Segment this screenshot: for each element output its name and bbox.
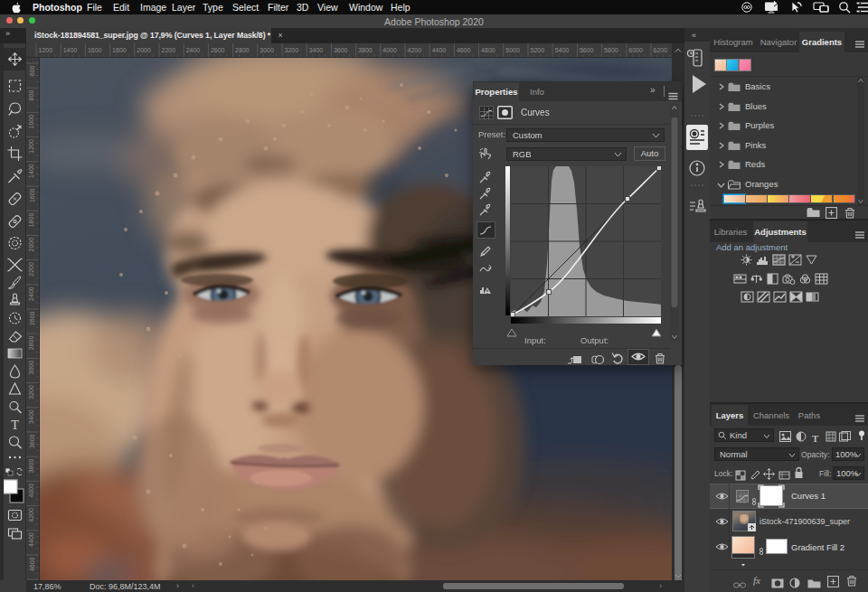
- svg-text:5600: 5600: [580, 47, 594, 53]
- svg-text:2800: 2800: [29, 336, 35, 351]
- svg-text:1200: 1200: [39, 47, 53, 53]
- svg-text:4600: 4600: [29, 557, 35, 571]
- svg-text:2200: 2200: [162, 47, 176, 53]
- svg-text:3400: 3400: [29, 409, 35, 424]
- svg-text:2600: 2600: [29, 311, 35, 325]
- svg-text:3200: 3200: [29, 385, 35, 399]
- svg-text:2000: 2000: [137, 47, 151, 53]
- svg-text:1000: 1000: [29, 115, 35, 129]
- svg-text:5400: 5400: [555, 47, 570, 53]
- svg-text:«: «: [692, 31, 696, 40]
- svg-text:6200: 6200: [654, 47, 668, 53]
- svg-text:4200: 4200: [408, 47, 422, 53]
- svg-text:3800: 3800: [29, 459, 35, 474]
- svg-text:1800: 1800: [29, 213, 35, 228]
- svg-text:2200: 2200: [29, 262, 35, 277]
- svg-text:4000: 4000: [382, 47, 397, 53]
- svg-text:3800: 3800: [358, 47, 373, 53]
- svg-text:1400: 1400: [29, 164, 35, 178]
- svg-text:5200: 5200: [531, 47, 545, 53]
- svg-text:3200: 3200: [285, 47, 299, 53]
- svg-text:3600: 3600: [334, 47, 348, 53]
- svg-text:4400: 4400: [29, 532, 35, 547]
- svg-text:4400: 4400: [432, 47, 447, 53]
- svg-text:4000: 4000: [29, 484, 35, 498]
- svg-text:4600: 4600: [457, 47, 471, 53]
- svg-text:3000: 3000: [259, 47, 274, 53]
- svg-text:5000: 5000: [505, 47, 520, 53]
- svg-text:5800: 5800: [604, 47, 618, 53]
- svg-text:1600: 1600: [88, 47, 102, 53]
- svg-text:2400: 2400: [29, 287, 35, 301]
- svg-text:2800: 2800: [235, 47, 250, 53]
- svg-text:4800: 4800: [481, 47, 495, 53]
- svg-text:800: 800: [29, 90, 35, 101]
- svg-text:1600: 1600: [29, 188, 35, 202]
- svg-text:2000: 2000: [29, 238, 35, 252]
- svg-text:4200: 4200: [29, 508, 35, 522]
- svg-text:1200: 1200: [29, 139, 35, 154]
- svg-text:600: 600: [29, 65, 35, 76]
- svg-text:1800: 1800: [112, 47, 127, 53]
- svg-text:3400: 3400: [309, 47, 324, 53]
- svg-text:T: T: [11, 418, 19, 432]
- svg-text:2400: 2400: [186, 47, 201, 53]
- svg-text:3600: 3600: [29, 434, 35, 448]
- svg-text:1400: 1400: [63, 47, 78, 53]
- svg-text:6000: 6000: [628, 47, 643, 53]
- svg-text:3000: 3000: [29, 361, 35, 375]
- svg-text:2600: 2600: [211, 47, 225, 53]
